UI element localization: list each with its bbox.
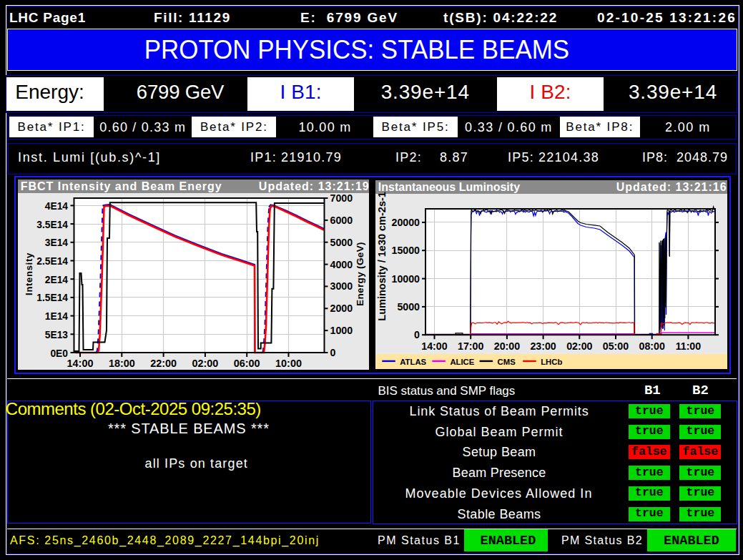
svg-text:0E0: 0E0 — [50, 348, 68, 359]
svg-text:2000: 2000 — [330, 303, 353, 314]
svg-text:Luminosity / 1e30 cm-2s-1: Luminosity / 1e30 cm-2s-1 — [376, 192, 388, 321]
svg-text:02:00: 02:00 — [566, 340, 592, 352]
svg-text:ATLAS: ATLAS — [400, 358, 426, 366]
svg-text:10:00: 10:00 — [275, 358, 302, 369]
svg-text:3.5E14: 3.5E14 — [36, 220, 68, 230]
svg-text:11:00: 11:00 — [676, 340, 702, 352]
svg-text:10000: 10000 — [392, 273, 420, 285]
svg-text:14:00: 14:00 — [67, 358, 94, 369]
svg-text:23:00: 23:00 — [530, 340, 556, 352]
svg-text:Energy (GeV): Energy (GeV) — [355, 242, 365, 306]
svg-text:1000: 1000 — [330, 325, 353, 336]
svg-text:08:00: 08:00 — [639, 340, 665, 352]
svg-text:Updated: 13:21:16: Updated: 13:21:16 — [616, 181, 727, 193]
svg-text:18:00: 18:00 — [109, 358, 135, 369]
svg-text:1E14: 1E14 — [45, 311, 69, 322]
svg-text:ALICE: ALICE — [450, 358, 474, 366]
svg-text:Intensity: Intensity — [24, 252, 34, 295]
svg-text:17:00: 17:00 — [458, 340, 483, 352]
svg-text:0: 0 — [330, 347, 336, 358]
svg-text:5000: 5000 — [397, 301, 420, 313]
svg-text:02:00: 02:00 — [192, 358, 218, 369]
svg-text:7000: 7000 — [330, 192, 353, 204]
svg-text:0: 0 — [414, 329, 420, 340]
svg-text:2E14: 2E14 — [45, 275, 69, 285]
svg-text:22:00: 22:00 — [150, 358, 177, 369]
svg-text:2.5E14: 2.5E14 — [36, 256, 68, 267]
svg-text:4000: 4000 — [330, 259, 353, 270]
svg-text:5E13: 5E13 — [45, 330, 69, 340]
svg-text:15000: 15000 — [392, 245, 420, 256]
svg-text:LHCb: LHCb — [541, 358, 562, 366]
svg-text:3E14: 3E14 — [45, 237, 69, 248]
svg-text:20:00: 20:00 — [494, 340, 520, 352]
svg-text:Updated: 13:21:19: Updated: 13:21:19 — [259, 180, 369, 192]
svg-text:5000: 5000 — [330, 237, 353, 248]
svg-text:3000: 3000 — [330, 280, 353, 292]
svg-text:CMS: CMS — [498, 358, 516, 366]
svg-text:FBCT Intensity and Beam Energy: FBCT Intensity and Beam Energy — [21, 180, 222, 192]
svg-text:1.5E14: 1.5E14 — [36, 293, 68, 303]
svg-text:20000: 20000 — [392, 217, 420, 228]
svg-text:6000: 6000 — [330, 215, 353, 226]
svg-text:14:00: 14:00 — [421, 340, 447, 352]
svg-text:Instantaneous Luminosity: Instantaneous Luminosity — [378, 181, 520, 193]
svg-text:05:00: 05:00 — [603, 340, 629, 352]
svg-text:4E14: 4E14 — [45, 201, 69, 212]
svg-text:06:00: 06:00 — [234, 358, 260, 369]
